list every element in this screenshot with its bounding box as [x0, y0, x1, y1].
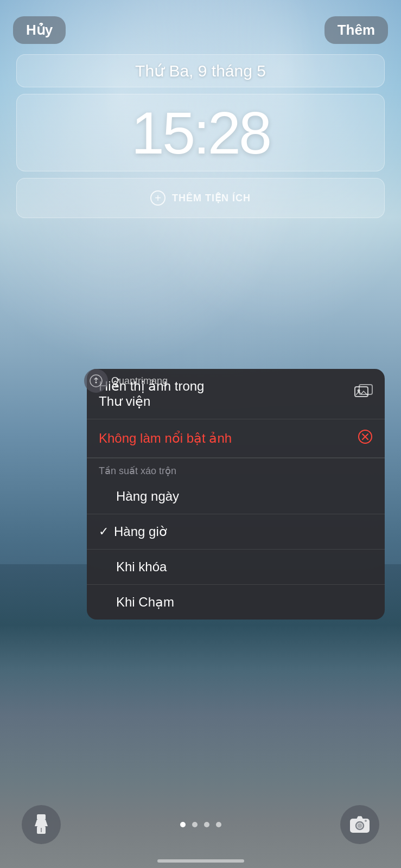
top-bar: Hủy Thêm — [0, 0, 401, 49]
context-menu: Hiển thị ảnh trong Thư viện Không làm nổ… — [87, 369, 385, 620]
svg-point-1 — [96, 382, 97, 384]
dot-2 — [192, 822, 198, 827]
cancel-button[interactable]: Hủy — [13, 16, 66, 44]
time-text: 15:28 — [131, 99, 270, 166]
home-indicator — [157, 859, 244, 863]
page-dots — [180, 822, 221, 827]
on-tap-option[interactable]: Khi Chạm — [87, 585, 385, 620]
add-button[interactable]: Thêm — [324, 16, 388, 44]
watermark: Quantrimang — [84, 369, 168, 393]
add-widget-button[interactable]: THÊM TIỆN ÍCH — [16, 178, 385, 218]
dot-4 — [216, 822, 221, 827]
flashlight-button[interactable] — [22, 805, 61, 844]
dot-1 — [180, 822, 186, 827]
shuffle-frequency-label: Tần suất xáo trộn — [87, 458, 385, 479]
photo-library-icon — [354, 384, 373, 404]
dont-highlight-item[interactable]: Không làm nổi bật ảnh — [87, 419, 385, 458]
dont-highlight-text: Không làm nổi bật ảnh — [99, 431, 232, 446]
plus-circle-icon — [150, 190, 166, 206]
date-box: Thứ Ba, 9 tháng 5 — [16, 54, 385, 87]
camera-button[interactable] — [340, 805, 379, 844]
lock-screen-content: Thứ Ba, 9 tháng 5 15:28 THÊM TIỆN ÍCH — [0, 54, 401, 218]
watermark-text: Quantrimang — [111, 375, 168, 387]
watermark-icon — [84, 369, 108, 393]
bottom-bar — [0, 792, 401, 868]
svg-rect-2 — [355, 387, 368, 397]
widget-label: THÊM TIỆN ÍCH — [172, 192, 251, 204]
daily-option[interactable]: Hàng ngày — [87, 479, 385, 514]
time-box: 15:28 — [16, 94, 385, 171]
x-circle-icon — [358, 429, 373, 448]
svg-rect-6 — [37, 814, 46, 820]
svg-point-11 — [358, 824, 362, 828]
checkmark-icon: ✓ — [99, 525, 109, 539]
on-lock-option[interactable]: Khi khóa — [87, 550, 385, 585]
hourly-option[interactable]: ✓ Hàng giờ — [87, 514, 385, 550]
date-text: Thứ Ba, 9 tháng 5 — [135, 62, 266, 80]
dot-3 — [204, 822, 209, 827]
svg-point-12 — [365, 820, 367, 822]
